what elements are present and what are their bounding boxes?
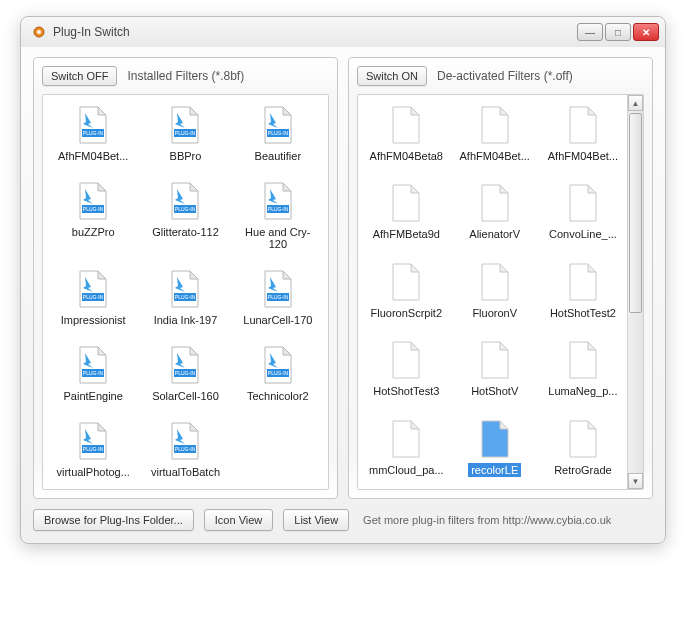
plugin-file-icon: PLUG-IN xyxy=(168,421,202,461)
file-label: PaintEngine xyxy=(61,389,126,403)
svg-text:PLUG-IN: PLUG-IN xyxy=(268,370,289,376)
svg-text:PLUG-IN: PLUG-IN xyxy=(83,370,104,376)
plugin-file-icon: PLUG-IN xyxy=(76,105,110,145)
footer: Browse for Plug-Ins Folder... Icon View … xyxy=(33,509,653,531)
svg-text:PLUG-IN: PLUG-IN xyxy=(175,370,196,376)
off-file-icon xyxy=(566,419,600,459)
file-item[interactable]: PLUG-IN buZZPro xyxy=(47,181,139,251)
file-label: Glitterato-112 xyxy=(149,225,222,239)
file-item[interactable]: PLUG-IN SolarCell-160 xyxy=(139,345,231,403)
deactivated-panel-title: De-activated Filters (*.off) xyxy=(437,69,573,83)
off-file-icon xyxy=(478,340,512,380)
deactivated-panel-header: Switch ON De-activated Filters (*.off) xyxy=(357,66,644,86)
file-label: Hue and Cry-120 xyxy=(237,225,319,251)
file-item[interactable]: PLUG-IN Beautifier xyxy=(232,105,324,163)
scroll-thumb[interactable] xyxy=(629,113,642,313)
window-title: Plug-In Switch xyxy=(53,25,130,39)
file-item[interactable]: recolorLE xyxy=(451,419,539,479)
file-item[interactable]: mmCloud_pa... xyxy=(362,419,451,479)
svg-text:PLUG-IN: PLUG-IN xyxy=(175,130,196,136)
file-item[interactable]: PLUG-IN LunarCell-170 xyxy=(232,269,324,327)
footer-link[interactable]: Get more plug-in filters from http://www… xyxy=(363,514,611,526)
file-item[interactable]: PLUG-IN virtualToBatch xyxy=(139,421,231,479)
file-item[interactable]: AfhFM04Bet... xyxy=(451,105,539,165)
file-item[interactable]: AfhFMBeta9d xyxy=(362,183,451,243)
file-item[interactable]: PLUG-IN Glitterato-112 xyxy=(139,181,231,251)
installed-list[interactable]: PLUG-IN AfhFM04Bet... PLUG-IN BBPro PLUG… xyxy=(42,94,329,490)
maximize-button[interactable]: □ xyxy=(605,23,631,41)
app-window: Plug-In Switch — □ ✕ Switch OFF Installe… xyxy=(20,16,666,544)
svg-point-1 xyxy=(37,30,41,34)
off-file-icon xyxy=(566,262,600,302)
off-file-icon xyxy=(566,183,600,223)
file-label: BBPro xyxy=(167,149,205,163)
scroll-track[interactable] xyxy=(628,111,643,473)
file-label: virtualPhotog... xyxy=(53,465,132,479)
file-label: AfhFM04Bet... xyxy=(545,149,621,163)
svg-text:PLUG-IN: PLUG-IN xyxy=(83,130,104,136)
switch-on-button[interactable]: Switch ON xyxy=(357,66,427,86)
plugin-file-icon: PLUG-IN xyxy=(261,345,295,385)
off-file-icon xyxy=(566,105,600,145)
file-item[interactable]: AfhFM04Beta8 xyxy=(362,105,451,165)
deactivated-list[interactable]: AfhFM04Beta8 AfhFM04Bet... AfhFM04Bet...… xyxy=(357,94,644,490)
file-item[interactable]: PLUG-IN AfhFM04Bet... xyxy=(47,105,139,163)
file-item[interactable]: FluoronScrpit2 xyxy=(362,262,451,322)
file-label: AfhFM04Bet... xyxy=(55,149,131,163)
svg-text:PLUG-IN: PLUG-IN xyxy=(175,446,196,452)
file-item[interactable]: ConvoLine_... xyxy=(539,183,627,243)
titlebar[interactable]: Plug-In Switch — □ ✕ xyxy=(21,17,665,47)
file-label: AfhFMBeta9d xyxy=(370,227,443,241)
file-item[interactable]: PLUG-IN Hue and Cry-120 xyxy=(232,181,324,251)
scroll-up-button[interactable]: ▲ xyxy=(628,95,643,111)
file-label: AfhFM04Bet... xyxy=(457,149,533,163)
scroll-down-button[interactable]: ▼ xyxy=(628,473,643,489)
file-item[interactable]: PLUG-IN Technicolor2 xyxy=(232,345,324,403)
off-file-icon xyxy=(389,340,423,380)
close-button[interactable]: ✕ xyxy=(633,23,659,41)
file-item[interactable]: PLUG-IN Impressionist xyxy=(47,269,139,327)
file-item[interactable]: FluoronV xyxy=(451,262,539,322)
file-item[interactable]: PLUG-IN virtualPhotog... xyxy=(47,421,139,479)
file-label: buZZPro xyxy=(69,225,118,239)
list-view-button[interactable]: List View xyxy=(283,509,349,531)
file-label: HotShotV xyxy=(468,384,521,398)
panels: Switch OFF Installed Filters (*.8bf) PLU… xyxy=(33,57,653,499)
file-item[interactable]: PLUG-IN BBPro xyxy=(139,105,231,163)
file-item[interactable]: PLUG-IN India Ink-197 xyxy=(139,269,231,327)
scrollbar[interactable]: ▲ ▼ xyxy=(627,95,643,489)
off-file-icon xyxy=(389,262,423,302)
file-item[interactable]: HotShotV xyxy=(451,340,539,400)
icon-view-button[interactable]: Icon View xyxy=(204,509,274,531)
plugin-file-icon: PLUG-IN xyxy=(76,345,110,385)
file-item[interactable]: AlienatorV xyxy=(451,183,539,243)
deactivated-panel: Switch ON De-activated Filters (*.off) A… xyxy=(348,57,653,499)
plugin-file-icon: PLUG-IN xyxy=(76,269,110,309)
svg-text:PLUG-IN: PLUG-IN xyxy=(268,206,289,212)
file-label: AfhFM04Beta8 xyxy=(367,149,446,163)
svg-text:PLUG-IN: PLUG-IN xyxy=(83,446,104,452)
file-item[interactable]: PLUG-IN PaintEngine xyxy=(47,345,139,403)
browse-button[interactable]: Browse for Plug-Ins Folder... xyxy=(33,509,194,531)
minimize-button[interactable]: — xyxy=(577,23,603,41)
file-item[interactable]: RetroGrade xyxy=(539,419,627,479)
file-item[interactable]: HotShotTest3 xyxy=(362,340,451,400)
plugin-file-icon: PLUG-IN xyxy=(261,105,295,145)
svg-text:PLUG-IN: PLUG-IN xyxy=(83,206,104,212)
off-file-icon xyxy=(389,183,423,223)
off-file-icon xyxy=(478,419,512,459)
file-label: HotShotTest3 xyxy=(370,384,442,398)
switch-off-button[interactable]: Switch OFF xyxy=(42,66,117,86)
file-item[interactable]: LumaNeg_p... xyxy=(539,340,627,400)
installed-panel: Switch OFF Installed Filters (*.8bf) PLU… xyxy=(33,57,338,499)
file-label: SolarCell-160 xyxy=(149,389,222,403)
file-label: FluoronScrpit2 xyxy=(368,306,446,320)
svg-text:PLUG-IN: PLUG-IN xyxy=(268,294,289,300)
file-label: AlienatorV xyxy=(466,227,523,241)
file-label: Technicolor2 xyxy=(244,389,312,403)
plugin-file-icon: PLUG-IN xyxy=(168,345,202,385)
off-file-icon xyxy=(389,419,423,459)
file-label: LumaNeg_p... xyxy=(545,384,620,398)
file-item[interactable]: AfhFM04Bet... xyxy=(539,105,627,165)
file-item[interactable]: HotShotTest2 xyxy=(539,262,627,322)
